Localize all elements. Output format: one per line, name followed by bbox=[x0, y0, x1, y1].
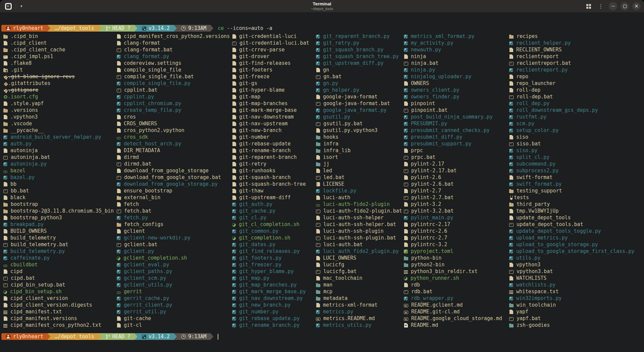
file-name: luci-auth-ssh-plugin bbox=[323, 228, 384, 234]
file-item: led.bat bbox=[316, 174, 402, 181]
prompt-segment-user: rly0nheart bbox=[1, 333, 50, 340]
file-name: gclient_completion.sh bbox=[123, 255, 187, 261]
python-icon bbox=[509, 122, 513, 126]
file-name: metrics.py bbox=[323, 309, 353, 315]
file-icon bbox=[232, 68, 236, 72]
folder-icon bbox=[509, 190, 514, 193]
file-item: WATCHLISTS bbox=[509, 275, 634, 281]
file-item: swift_format.py bbox=[509, 181, 634, 187]
file-item: .cipd_impl.ps1 bbox=[3, 53, 114, 60]
file-item: .flake8 bbox=[3, 60, 114, 67]
file-name: owners_client.py bbox=[411, 87, 460, 93]
file-name: isort bbox=[323, 154, 338, 160]
file-item: metrics_xml_format.py bbox=[404, 33, 502, 40]
file-icon bbox=[232, 135, 236, 139]
file-name: compile_single_file.bat bbox=[124, 74, 194, 80]
file-item: build_telemetry bbox=[3, 234, 114, 241]
python-icon bbox=[404, 297, 408, 301]
terminal-file-icon bbox=[316, 102, 320, 106]
clock-icon bbox=[181, 334, 186, 339]
file-item: tests bbox=[509, 194, 634, 201]
file-name: pinpoint.bat bbox=[411, 107, 447, 113]
python-icon bbox=[509, 162, 513, 166]
file-icon bbox=[509, 48, 513, 52]
minimize-button[interactable] bbox=[609, 2, 617, 10]
command-text[interactable]: ce --icons=auto -a bbox=[218, 25, 272, 31]
file-item: presubmit_diff.py bbox=[404, 134, 502, 140]
file-item: vpython3.bat bbox=[509, 268, 634, 275]
file-icon bbox=[509, 216, 513, 220]
python-icon bbox=[232, 203, 236, 207]
file-item: reclient_helper.py bbox=[509, 40, 634, 46]
file-name: gsutil.py.vpython3 bbox=[323, 127, 378, 133]
file-name: bootstrap bbox=[11, 201, 38, 207]
file-item: google_java_format.py bbox=[316, 107, 402, 114]
python-icon bbox=[232, 303, 236, 307]
file-item: autoninja.py bbox=[3, 161, 114, 167]
file-item: git_freezer.py bbox=[232, 261, 309, 268]
file-name: fetch bbox=[124, 201, 139, 207]
tab-overview-button[interactable] bbox=[585, 2, 593, 10]
file-item: cpplint.bat bbox=[117, 87, 230, 93]
file-name: gn.py bbox=[323, 80, 338, 86]
file-name: gsutil.py.bat bbox=[323, 121, 363, 127]
file-icon bbox=[509, 75, 513, 79]
file-icon bbox=[509, 81, 513, 86]
folder-icon bbox=[509, 324, 514, 327]
file-item: dirmd.bat bbox=[117, 161, 230, 167]
python-icon bbox=[404, 216, 408, 220]
file-name: git_reparent_branch.py bbox=[323, 33, 390, 39]
file-item: swift-format bbox=[509, 174, 634, 181]
file-item: auth.py bbox=[3, 140, 114, 147]
folder-icon bbox=[3, 129, 8, 133]
file-item: vpython3 bbox=[509, 261, 634, 268]
python-icon bbox=[3, 135, 7, 139]
file-icon bbox=[232, 128, 236, 133]
file-name: gsutil.py bbox=[323, 114, 350, 120]
file-item: git-map bbox=[232, 93, 309, 100]
file-name: python3_bin_reldir.txt bbox=[411, 268, 478, 274]
terminal-file-icon bbox=[509, 62, 514, 65]
git-file-icon bbox=[4, 82, 8, 86]
file-name: build_telemetry.bat bbox=[11, 241, 68, 248]
python-icon bbox=[117, 310, 121, 314]
markdown-icon bbox=[404, 317, 408, 321]
file-name: fetch.py bbox=[124, 215, 148, 221]
terminal-file-icon bbox=[404, 62, 408, 65]
file-icon bbox=[509, 209, 513, 213]
file-item: update_depot_tools.bat bbox=[509, 221, 634, 228]
file-name: git_auth.py bbox=[239, 201, 272, 207]
file-name: pylint-2.17 bbox=[411, 161, 444, 167]
chevron-down-icon[interactable]: ▾ bbox=[18, 3, 24, 10]
menu-dots-icon[interactable]: ⋮ bbox=[596, 2, 605, 10]
file-name: post_build_ninja_summary.py bbox=[411, 114, 493, 120]
file-item: compile_single_file.bat bbox=[117, 73, 230, 80]
file-item: git-new-branch bbox=[232, 127, 309, 134]
app-menu-button[interactable] bbox=[3, 2, 13, 11]
file-name: pylintrc-2.6 bbox=[411, 228, 447, 234]
file-item: git-nav-downstream bbox=[232, 114, 309, 120]
file-icon bbox=[4, 303, 7, 307]
file-item: pylintrc-2.17 bbox=[404, 221, 502, 228]
terminal-file-icon bbox=[509, 270, 514, 274]
terminal-cursor[interactable] bbox=[218, 334, 218, 340]
python-icon bbox=[117, 55, 121, 59]
file-item: prpc bbox=[404, 147, 502, 154]
maximize-icon bbox=[623, 5, 627, 8]
file-item: bb.bat bbox=[3, 187, 114, 194]
maximize-button[interactable] bbox=[621, 2, 629, 10]
file-item: siso bbox=[509, 134, 634, 140]
file-icon bbox=[316, 128, 320, 133]
file-name: owners_finder.py bbox=[411, 94, 460, 100]
file-item: ninjalog_uploader.py bbox=[404, 73, 502, 80]
terminal-file-icon bbox=[3, 156, 8, 160]
python-icon bbox=[117, 216, 121, 220]
file-item: .vpython3 bbox=[3, 114, 114, 120]
file-name: lucicfg.bat bbox=[323, 268, 357, 274]
file-name: git_completion.sh bbox=[239, 235, 290, 241]
file-item: cpplint.py bbox=[117, 93, 230, 100]
file-name: download_from_google_storage.bat bbox=[124, 174, 221, 180]
close-button[interactable]: × bbox=[632, 2, 641, 10]
file-item: whitespace.txt bbox=[509, 288, 634, 295]
python-icon bbox=[142, 26, 146, 31]
